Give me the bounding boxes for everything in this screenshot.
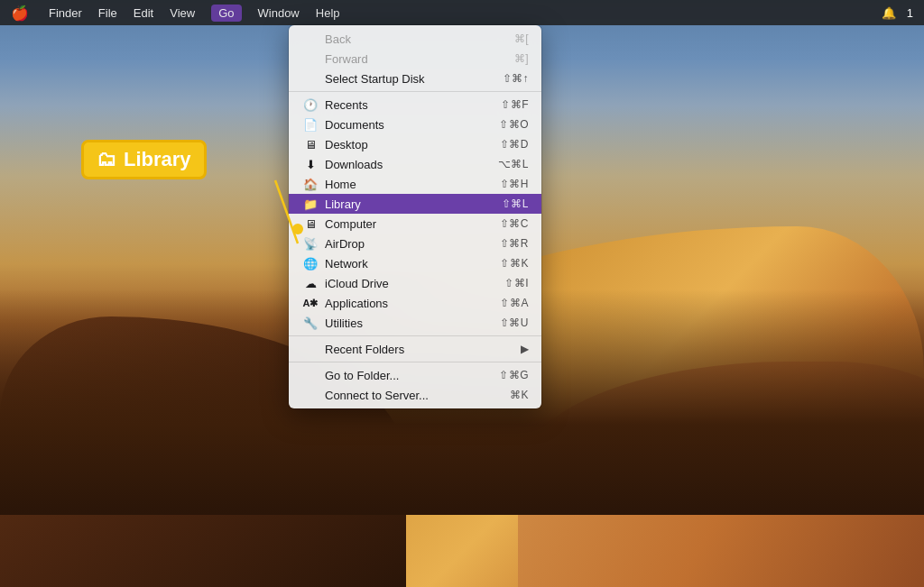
downloads-label: Downloads: [325, 158, 498, 171]
edit-menu[interactable]: Edit: [134, 6, 153, 20]
recents-shortcut: ⇧⌘F: [501, 98, 529, 111]
menu-item-network[interactable]: 🌐 Network ⇧⌘K: [289, 253, 541, 273]
desktop-icon: 🖥: [301, 138, 319, 151]
menubar-right: 🔔 1: [882, 6, 913, 20]
go-dropdown-menu: Back ⌘[ Forward ⌘] Select Startup Disk ⇧…: [289, 25, 541, 408]
computer-label: Computer: [325, 217, 500, 231]
notification-icon[interactable]: 🔔: [882, 6, 896, 20]
network-label: Network: [325, 257, 500, 271]
airdrop-label: AirDrop: [325, 237, 500, 251]
menu-item-forward[interactable]: Forward ⌘]: [289, 49, 541, 69]
utilities-label: Utilities: [325, 316, 500, 330]
apple-menu[interactable]: 🍎: [11, 5, 29, 22]
documents-icon: 📄: [301, 118, 319, 132]
forward-shortcut: ⌘]: [514, 52, 529, 65]
downloads-shortcut: ⌥⌘L: [498, 158, 529, 170]
connect-server-label: Connect to Server...: [325, 389, 510, 402]
network-icon: 🌐: [301, 257, 319, 271]
computer-shortcut: ⇧⌘C: [500, 217, 529, 230]
recent-folders-arrow: ▶: [521, 343, 530, 355]
airdrop-shortcut: ⇧⌘R: [500, 237, 529, 250]
downloads-icon: ⬇: [301, 158, 319, 171]
applications-label: Applications: [325, 297, 500, 310]
finder-menu[interactable]: Finder: [49, 6, 82, 20]
documents-label: Documents: [325, 118, 499, 132]
menu-item-home[interactable]: 🏠 Home ⇧⌘H: [289, 174, 541, 194]
menu-item-utilities[interactable]: 🔧 Utilities ⇧⌘U: [289, 313, 541, 333]
utilities-icon: 🔧: [301, 316, 319, 330]
applications-icon: A✱: [301, 298, 319, 309]
callout-dot: [292, 224, 303, 234]
menu-item-airdrop[interactable]: 📡 AirDrop ⇧⌘R: [289, 234, 541, 253]
airdrop-icon: 📡: [301, 237, 319, 251]
menu-item-library[interactable]: 📁 Library ⇧⌘L: [289, 194, 541, 214]
home-label: Home: [325, 178, 500, 191]
go-menu[interactable]: Go: [211, 5, 241, 22]
window-menu[interactable]: Window: [258, 6, 300, 20]
home-shortcut: ⇧⌘H: [500, 178, 529, 190]
go-to-folder-label: Go to Folder...: [325, 369, 499, 382]
library-icon: 📁: [301, 197, 319, 211]
callout-label: Library: [124, 148, 191, 171]
menu-item-startup-disk[interactable]: Select Startup Disk ⇧⌘↑: [289, 69, 541, 88]
icloud-label: iCloud Drive: [325, 277, 504, 290]
desktop-shortcut: ⇧⌘D: [500, 138, 529, 151]
recents-label: Recents: [325, 98, 501, 112]
computer-icon: 🖥: [301, 217, 319, 231]
startup-disk-label: Select Startup Disk: [325, 72, 503, 86]
network-shortcut: ⇧⌘K: [500, 257, 529, 270]
divider-2: [289, 335, 541, 336]
help-menu[interactable]: Help: [316, 6, 340, 20]
callout-container: 🗂 Library: [81, 140, 207, 179]
menu-item-back[interactable]: Back ⌘[: [289, 29, 541, 49]
menu-item-downloads[interactable]: ⬇ Downloads ⌥⌘L: [289, 154, 541, 174]
documents-shortcut: ⇧⌘O: [499, 118, 529, 131]
menu-item-recent-folders[interactable]: Recent Folders ▶: [289, 339, 541, 359]
menu-item-desktop[interactable]: 🖥 Desktop ⇧⌘D: [289, 134, 541, 154]
menu-item-go-to-folder[interactable]: Go to Folder... ⇧⌘G: [289, 365, 541, 385]
view-menu[interactable]: View: [170, 6, 195, 20]
menu-item-recents[interactable]: 🕐 Recents ⇧⌘F: [289, 95, 541, 115]
utilities-shortcut: ⇧⌘U: [500, 316, 529, 329]
icloud-shortcut: ⇧⌘I: [504, 277, 529, 289]
connect-server-shortcut: ⌘K: [510, 389, 529, 401]
divider-1: [289, 91, 541, 92]
applications-shortcut: ⇧⌘A: [500, 297, 529, 309]
recents-icon: 🕐: [301, 98, 319, 112]
menubar-left: 🍎 Finder File Edit View Go Window Help: [11, 5, 340, 22]
divider-3: [289, 362, 541, 362]
home-icon: 🏠: [301, 178, 319, 191]
menu-item-documents[interactable]: 📄 Documents ⇧⌘O: [289, 115, 541, 134]
menu-item-applications[interactable]: A✱ Applications ⇧⌘A: [289, 293, 541, 313]
back-shortcut: ⌘[: [514, 32, 529, 45]
back-label: Back: [325, 32, 514, 46]
go-to-folder-shortcut: ⇧⌘G: [499, 369, 529, 381]
menubar: 🍎 Finder File Edit View Go Window Help 🔔…: [0, 0, 924, 25]
callout-box: 🗂 Library: [81, 140, 207, 179]
callout-folder-icon: 🗂: [97, 148, 116, 171]
menu-item-icloud[interactable]: ☁ iCloud Drive ⇧⌘I: [289, 273, 541, 293]
startup-disk-shortcut: ⇧⌘↑: [503, 72, 530, 85]
menu-item-computer[interactable]: 🖥 Computer ⇧⌘C: [289, 214, 541, 234]
library-label: Library: [325, 197, 502, 211]
icloud-icon: ☁: [301, 277, 319, 290]
forward-label: Forward: [325, 52, 514, 66]
menu-item-connect-server[interactable]: Connect to Server... ⌘K: [289, 385, 541, 405]
library-shortcut: ⇧⌘L: [502, 197, 529, 210]
file-menu[interactable]: File: [98, 6, 117, 20]
desktop-label: Desktop: [325, 138, 500, 151]
recent-folders-label: Recent Folders: [325, 343, 513, 356]
notification-count: 1: [907, 6, 913, 20]
